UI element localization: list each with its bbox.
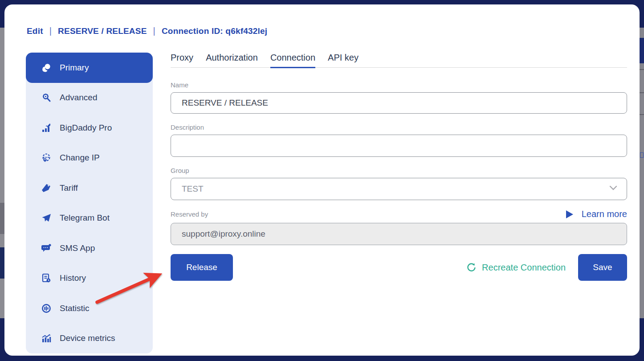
tab-api-key[interactable]: API key (328, 53, 359, 68)
backdrop-fragment (640, 69, 644, 70)
separator: | (153, 26, 155, 36)
sidebar-item-label: Statistic (60, 304, 90, 313)
tab-bar: Proxy Authorization Connection API key (171, 53, 627, 68)
backdrop-fragment (640, 92, 644, 93)
tab-proxy[interactable]: Proxy (171, 53, 193, 68)
telegram-icon (41, 212, 52, 224)
group-selected-value: TEST (182, 184, 204, 194)
sidebar-item-label: Advanced (60, 93, 98, 103)
sidebar-item-primary[interactable]: Primary (26, 53, 153, 83)
backdrop-fragment (640, 114, 644, 115)
sidebar-item-label: Change IP (60, 153, 100, 163)
sidebar-item-telegram-bot[interactable]: Telegram Bot (26, 203, 153, 234)
modal-content: Proxy Authorization Connection API key N… (171, 53, 627, 281)
name-label: Name (171, 81, 627, 89)
group-select[interactable]: TEST (171, 178, 627, 200)
sidebar-item-label: Telegram Bot (60, 213, 110, 223)
modal-sidebar: Primary Advanced BigDaddy Pro (26, 53, 153, 353)
globe-pin-icon (41, 152, 52, 164)
sidebar-item-label: SMS App (60, 243, 95, 253)
donut-chart-icon (41, 303, 52, 314)
sidebar-item-advanced[interactable]: Advanced (26, 83, 153, 113)
play-icon (566, 210, 574, 219)
bar-chart-icon (41, 332, 52, 344)
sidebar-item-label: BigDaddy Pro (60, 123, 112, 133)
backdrop-fragment (640, 28, 644, 318)
refresh-icon (466, 262, 477, 273)
separator: | (49, 26, 52, 36)
chevron-down-icon (609, 185, 617, 191)
description-input[interactable] (171, 135, 627, 157)
recreate-connection-label: Recreate Connection (482, 263, 566, 273)
learn-more-link[interactable]: Learn more (566, 209, 627, 219)
sidebar-item-label: Tariff (60, 183, 78, 193)
sidebar-item-label: Primary (60, 63, 89, 73)
description-label: Description (171, 123, 627, 131)
sidebar-item-statistic[interactable]: Statistic (26, 293, 153, 324)
connection-id: Connection ID: q6kf432lej (162, 26, 267, 36)
sidebar-item-label: Device metrics (60, 333, 115, 343)
group-label: Group (171, 167, 627, 174)
rocket-chart-icon (41, 122, 52, 134)
sidebar-item-label: History (60, 273, 86, 283)
sidebar-item-sms-app[interactable]: SMS App (26, 233, 153, 263)
name-input[interactable] (171, 92, 627, 114)
connection-title: RESERVE / RELEASE (58, 26, 147, 36)
backdrop-qr-fragment (640, 38, 644, 63)
reserved-by-input (171, 223, 627, 245)
edit-connection-modal: Edit | RESERVE / RELEASE | Connection ID… (4, 4, 640, 356)
recreate-connection-button[interactable]: Recreate Connection (466, 262, 566, 273)
sidebar-item-change-ip[interactable]: Change IP (26, 143, 153, 173)
release-button[interactable]: Release (171, 254, 233, 281)
edit-label: Edit (27, 26, 43, 36)
price-tag-icon (41, 182, 52, 194)
save-button[interactable]: Save (578, 254, 627, 281)
modal-header: Edit | RESERVE / RELEASE | Connection ID… (27, 26, 267, 36)
tab-connection[interactable]: Connection (270, 53, 315, 68)
learn-more-label: Learn more (582, 209, 627, 219)
reserved-by-label: Reserved by (171, 210, 208, 218)
search-gear-icon (41, 92, 52, 103)
chat-bubble-icon (41, 242, 52, 254)
backdrop-fragment (640, 152, 644, 158)
tab-authorization[interactable]: Authorization (206, 53, 258, 68)
sidebar-item-tariff[interactable]: Tariff (26, 173, 153, 203)
users-icon (41, 62, 52, 74)
sidebar-item-bigdaddy-pro[interactable]: BigDaddy Pro (26, 113, 153, 143)
sidebar-item-device-metrics[interactable]: Device metrics (26, 324, 153, 354)
document-clock-icon (41, 272, 52, 284)
sidebar-item-history[interactable]: History (26, 263, 153, 294)
